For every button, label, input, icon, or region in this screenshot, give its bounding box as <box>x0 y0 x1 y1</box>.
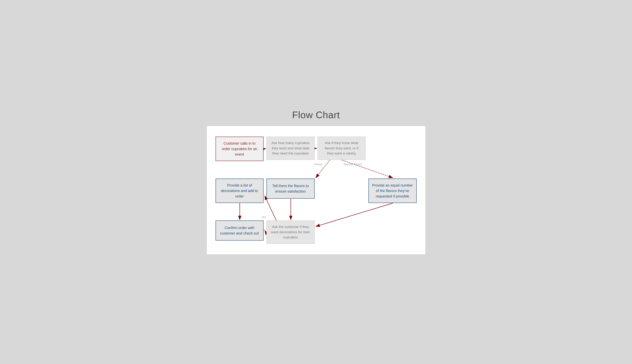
node-tell-flavors: Tell them the flavors to ensure satisfac… <box>266 178 315 198</box>
flowchart: Customer calls in to order cupcakes for … <box>214 135 418 245</box>
node-confirm-order: Confirm order with customer and check ou… <box>215 220 264 240</box>
row-1: Customer calls in to order cupcakes for … <box>214 135 418 162</box>
col1-r1: Customer calls in to order cupcakes for … <box>214 135 265 162</box>
node-customer-calls: Customer calls in to order cupcakes for … <box>215 136 264 161</box>
node-ask-decorations: Ask the customer if they want decoration… <box>266 220 315 244</box>
node-n5-text: Tell them the flavors to ensure satisfac… <box>270 183 311 194</box>
col2-r3: Ask the customer if they want decoration… <box>265 219 316 245</box>
node-n3-text: Ask if they know what flavors they want,… <box>321 140 362 156</box>
node-n6-text: Provide an equal number of the flavors t… <box>372 182 413 199</box>
col1-r2: Provide a list of decorations and add to… <box>214 177 265 204</box>
col4-r2: Provide an equal number of the flavors t… <box>367 177 418 204</box>
col3-r3 <box>316 219 367 245</box>
page-title: Flow Chart <box>292 110 340 120</box>
node-n4-text: Provide a list of decorations and add to… <box>219 182 260 199</box>
node-equal-flavors: Provide an equal number of the flavors t… <box>369 178 417 203</box>
node-ask-quantity: Ask how many cupcakes they want and what… <box>266 136 315 160</box>
spacer-2 <box>214 204 418 219</box>
spacer-1 <box>214 162 418 177</box>
col4-r1 <box>367 135 418 162</box>
node-n7-text: Confirm order with customer and check ou… <box>219 225 260 236</box>
row-3: Confirm order with customer and check ou… <box>214 219 418 245</box>
node-n2-text: Ask how many cupcakes they want and what… <box>270 140 311 156</box>
chart-container: Variety Specific flavors No Yes <box>207 126 426 254</box>
page-wrapper: Flow Chart Variety Specific flavors <box>207 110 426 254</box>
col2-r2: Tell them the flavors to ensure satisfac… <box>265 177 316 204</box>
row-2: Provide a list of decorations and add to… <box>214 177 418 204</box>
col4-r3 <box>367 219 418 245</box>
col1-r3: Confirm order with customer and check ou… <box>214 219 265 245</box>
col3-r1: Ask if they know what flavors they want,… <box>316 135 367 162</box>
node-decorations-list: Provide a list of decorations and add to… <box>215 178 264 203</box>
col2-r1: Ask how many cupcakes they want and what… <box>265 135 316 162</box>
node-n1-text: Customer calls in to order cupcakes for … <box>219 140 260 157</box>
node-ask-flavors: Ask if they know what flavors they want,… <box>318 136 366 160</box>
col3-r2 <box>316 177 367 204</box>
node-n8-text: Ask the customer if they want decoration… <box>270 224 311 240</box>
